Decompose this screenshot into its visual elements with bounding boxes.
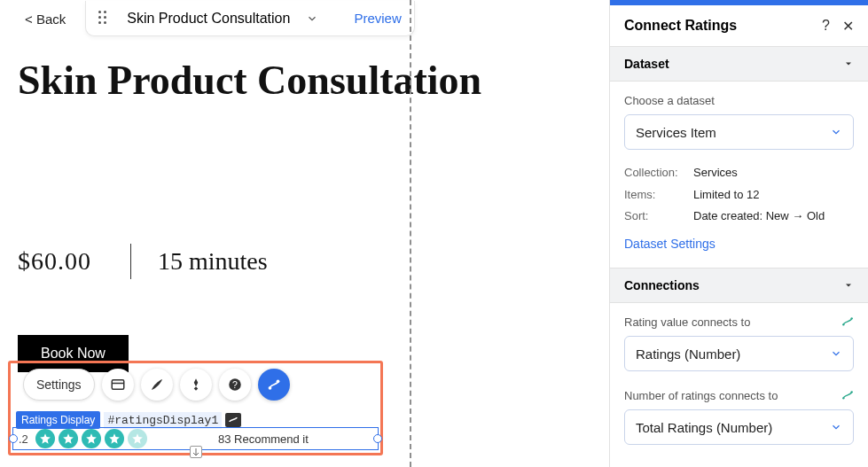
meta-key: Items: [624,184,693,206]
design-button[interactable] [141,369,173,401]
svg-rect-0 [112,380,124,390]
panel-close-icon[interactable]: ✕ [842,18,854,35]
selection-highlight: Settings ? Ratings Display #ratingsDispl… [8,361,383,455]
page-selector-pill: Skin Product Consultation Preview [85,1,414,36]
rating-value: .2 [19,432,28,446]
back-link[interactable]: < Back [25,12,66,27]
count-field-select[interactable]: Total Ratings (Number) [624,409,854,445]
count-connect-label: Number of ratings connects to [624,389,778,402]
divider [130,244,131,279]
brush-icon [149,377,165,393]
page-title: Skin Product Consultation [18,55,481,106]
caret-down-icon [843,58,854,69]
resize-handle[interactable] [190,446,202,458]
panel-help-icon[interactable]: ? [822,18,830,35]
editor-canvas: < Back Skin Product Consultation Preview… [0,0,609,467]
dataset-select[interactable]: Services Item [624,114,854,150]
panel-header: Connect Ratings ? ✕ [610,5,868,46]
section-connections[interactable]: Connections [610,268,868,303]
help-icon: ? [227,377,243,393]
chevron-down-icon [830,347,842,360]
section-title: Dataset [624,57,669,71]
panel-title: Connect Ratings [624,18,737,34]
star-icon [35,429,55,448]
column-guide [410,0,411,467]
svg-point-3 [268,386,271,390]
stars-row [35,429,147,448]
section-dataset[interactable]: Dataset [610,46,868,82]
animation-icon [188,377,204,393]
connections-section-body: Rating value connects to Ratings (Number… [610,303,868,461]
connection-icon [841,316,854,329]
dataset-section-body: Choose a dataset Services Item Collectio… [610,82,868,268]
page-name[interactable]: Skin Product Consultation [127,11,290,27]
chevron-down-icon[interactable] [306,12,318,25]
svg-point-4 [276,379,279,383]
rating-connect-label: Rating value connects to [624,315,750,329]
layout-icon [110,377,126,393]
element-tags: Ratings Display #ratingsDisplay1 [16,411,241,429]
layout-button[interactable] [102,369,134,401]
meta-value: Limited to 12 [693,184,759,206]
meta-value: Services [693,162,738,184]
duration-text: 15 minutes [158,247,268,276]
preview-link[interactable]: Preview [334,11,401,26]
connect-ratings-panel: Connect Ratings ? ✕ Dataset Choose a dat… [609,0,868,467]
connection-icon [841,390,854,402]
star-icon [59,429,78,448]
animation-button[interactable] [180,369,212,401]
svg-point-7 [842,397,844,399]
section-title: Connections [624,278,700,292]
element-type-tag: Ratings Display [16,411,100,429]
svg-point-6 [851,317,853,319]
dataset-selected-value: Services Item [636,125,716,140]
dataset-settings-link[interactable]: Dataset Settings [624,237,716,251]
svg-text:?: ? [232,379,238,390]
svg-point-5 [842,323,844,325]
meta-key: Sort: [624,206,693,228]
star-icon [128,429,147,448]
recommend-label: 83 Recommend it [218,432,309,446]
choose-dataset-label: Choose a dataset [624,94,854,107]
rating-field-selected: Ratings (Number) [636,346,740,362]
dataset-meta: Collection:Services Items:Limited to 12 … [624,162,854,228]
connect-icon [266,377,282,393]
meta-value: Date created: New → Old [693,206,825,228]
connect-data-button[interactable] [258,369,290,401]
floating-toolbar: Settings ? [23,369,290,401]
settings-button[interactable]: Settings [23,369,95,401]
svg-point-8 [851,391,853,393]
element-id-tag: #ratingsDisplay1 [104,412,222,429]
caret-down-icon [843,280,854,291]
star-icon [82,429,101,448]
ratings-display-element[interactable]: .2 83 Recommend it [12,427,379,450]
chevron-down-icon [830,126,842,138]
rating-field-select[interactable]: Ratings (Number) [624,336,854,371]
price-text: $60.00 [18,247,91,276]
product-meta-row: $60.00 15 minutes [18,244,268,279]
editor-topbar: < Back Skin Product Consultation Preview [0,0,609,37]
drag-handle-icon[interactable] [98,11,111,27]
count-field-selected: Total Ratings (Number) [636,420,772,435]
meta-key: Collection: [624,162,693,184]
help-button[interactable]: ? [219,369,251,401]
chevron-down-icon [830,421,842,433]
star-icon [105,429,124,448]
element-data-icon [225,413,241,427]
